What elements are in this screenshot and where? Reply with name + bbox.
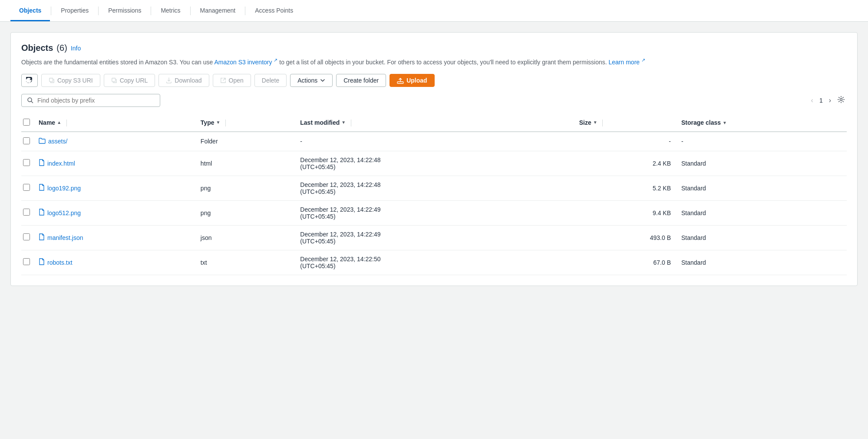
sort-type-icon: ▼ [216,120,221,125]
row-type-cell: png [201,176,300,200]
open-label: Open [229,77,244,84]
row-name-cell: robots.txt [39,250,201,275]
objects-table-container: Name ▲ Type ▼ [21,114,847,275]
tab-access-points[interactable]: Access Points [246,0,302,21]
row-checkbox-cell [21,176,39,200]
row-last-modified-cell: December 12, 2023, 14:22:49(UTC+05:45) [300,225,579,250]
row-last-modified-cell: - [300,132,579,151]
sort-size-icon: ▼ [593,120,597,125]
copy-url-button[interactable]: Copy URL [104,74,155,87]
tab-permissions[interactable]: Permissions [99,0,150,21]
description-text-mid: to get a list of all objects in your buc… [277,59,608,66]
tab-divider-2 [98,7,99,15]
description-text-start: Objects are the fundamental entities sto… [21,59,214,66]
row-checkbox-cell [21,200,39,225]
objects-card: Objects (6) Info Objects are the fundame… [10,32,858,286]
toolbar: Copy S3 URI Copy URL Download Ope [21,74,847,87]
row-storage-class-cell: Standard [681,225,847,250]
refresh-button[interactable] [21,74,38,87]
card-header: Objects (6) Info [21,43,847,53]
tab-objects[interactable]: Objects [10,0,50,21]
info-link[interactable]: Info [71,45,81,52]
row-type-cell: json [201,225,300,250]
row-checkbox[interactable] [23,209,30,216]
row-checkbox[interactable] [23,258,30,265]
tab-management[interactable]: Management [191,0,244,21]
col-header-storage-class[interactable]: Storage class ▼ [681,114,847,132]
table-settings-button[interactable] [835,94,847,107]
pagination-next-button[interactable]: › [826,95,834,106]
tab-divider-4 [190,7,191,15]
row-name-link[interactable]: robots.txt [39,258,73,266]
select-all-checkbox[interactable] [23,119,30,126]
tab-properties[interactable]: Properties [52,0,97,21]
table-row: robots.txttxtDecember 12, 2023, 14:22:50… [21,250,847,275]
row-checkbox[interactable] [23,159,30,166]
tab-divider-3 [151,7,151,15]
search-icon [27,97,34,104]
tab-divider-1 [51,7,51,15]
row-checkbox[interactable] [23,137,30,144]
row-name-link[interactable]: index.html [39,159,75,167]
col-divider-size [602,120,603,126]
row-name-text: logo512.png [47,210,81,216]
row-storage-class-cell: Standard [681,200,847,225]
table-row: index.htmlhtmlDecember 12, 2023, 14:22:4… [21,151,847,176]
copy-s3-uri-button[interactable]: Copy S3 URI [41,74,100,87]
sort-last-modified-icon: ▼ [341,120,346,125]
row-checkbox[interactable] [23,233,30,240]
row-last-modified-date: December 12, 2023, 14:22:49 [300,206,380,213]
tab-metrics[interactable]: Metrics [152,0,189,21]
download-label: Download [175,77,201,84]
row-checkbox-cell [21,250,39,275]
row-name-link[interactable]: logo192.png [39,184,81,192]
file-icon [39,209,45,217]
table-row: logo192.pngpngDecember 12, 2023, 14:22:4… [21,176,847,200]
card-description: Objects are the fundamental entities sto… [21,57,847,67]
col-header-name[interactable]: Name ▲ [39,114,201,132]
col-storage-class-label: Storage class [681,119,721,126]
row-name-text: assets/ [48,138,67,145]
col-header-type[interactable]: Type ▼ [201,114,300,132]
row-last-modified-cell: December 12, 2023, 14:22:49(UTC+05:45) [300,200,579,225]
pagination-prev-button[interactable]: ‹ [809,95,816,106]
col-size-label: Size [579,119,591,126]
row-name-text: logo192.png [47,185,81,192]
row-last-modified-date: December 12, 2023, 14:22:48 [300,156,380,163]
sort-storage-class-icon: ▼ [723,120,727,125]
row-size-cell: 2.4 KB [579,151,681,176]
copy-s3-uri-label: Copy S3 URI [57,77,93,84]
row-last-modified-tz: (UTC+05:45) [300,188,335,195]
row-type-cell: png [201,200,300,225]
create-folder-button[interactable]: Create folder [336,74,386,87]
s3-inventory-link[interactable]: Amazon S3 inventory ↗ [214,59,277,66]
col-divider-name [66,120,67,126]
col-header-size[interactable]: Size ▼ [579,114,681,132]
search-bar[interactable] [21,94,160,107]
row-name-cell: logo192.png [39,176,201,200]
learn-more-link[interactable]: Learn more ↗ [609,59,645,66]
sort-asc-icon: ▲ [57,120,61,125]
col-divider-last-modified [351,120,351,126]
row-name-link[interactable]: manifest.json [39,233,83,242]
col-name-label: Name [39,119,55,126]
svg-rect-4 [397,82,403,83]
col-header-last-modified[interactable]: Last modified ▼ [300,114,579,132]
row-checkbox[interactable] [23,184,30,191]
pagination: ‹ 1 › [809,94,847,107]
upload-button[interactable]: Upload [389,74,434,87]
row-checkbox-cell [21,132,39,151]
open-button[interactable]: Open [213,74,251,87]
row-name-cell: manifest.json [39,225,201,250]
chevron-down-icon [320,78,325,83]
search-pagination-row: ‹ 1 › [21,94,847,107]
row-type-cell: Folder [201,132,300,151]
actions-button[interactable]: Actions [290,74,333,87]
delete-button[interactable]: Delete [254,74,287,87]
row-name-link[interactable]: logo512.png [39,209,81,217]
row-checkbox-cell [21,225,39,250]
svg-rect-1 [50,78,53,81]
search-input[interactable] [37,97,155,104]
download-button[interactable]: Download [158,74,209,87]
row-name-link[interactable]: assets/ [39,137,67,146]
